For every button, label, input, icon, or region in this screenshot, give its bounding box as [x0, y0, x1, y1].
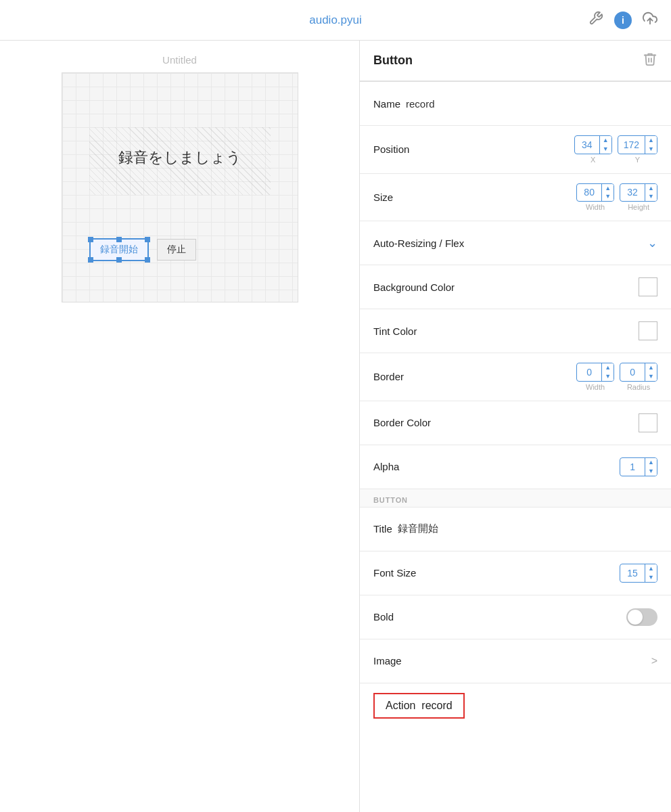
button-title-label: Title	[373, 523, 392, 535]
button-title-row: Title 録音開始	[373, 517, 657, 541]
canvas-button-row: 録音開始 停止	[89, 238, 196, 261]
button-title-section: Title 録音開始	[360, 508, 671, 551]
position-x-down[interactable]: ▼	[600, 145, 611, 154]
position-spinbox-group: 34 ▲ ▼ X 172 ▲ ▼	[574, 135, 657, 164]
position-y-spinbox[interactable]: 172 ▲ ▼	[618, 135, 657, 154]
handle-tc[interactable]	[116, 237, 122, 242]
bg-color-swatch[interactable]	[639, 277, 657, 296]
font-size-spinbox[interactable]: 15 ▲ ▼	[620, 564, 657, 583]
border-width-wrap: 0 ▲ ▼ Width	[576, 363, 614, 391]
border-radius-down[interactable]: ▼	[645, 372, 657, 381]
position-y-wrap: 172 ▲ ▼ Y	[618, 135, 657, 164]
border-width-down[interactable]: ▼	[602, 372, 614, 381]
font-size-value: 15	[620, 565, 645, 581]
alpha-up[interactable]: ▲	[645, 458, 657, 467]
font-size-btns: ▲ ▼	[645, 564, 657, 582]
border-width-spinbox[interactable]: 0 ▲ ▼	[576, 363, 614, 382]
size-height-down[interactable]: ▼	[645, 192, 657, 201]
alpha-label: Alpha	[373, 461, 399, 472]
font-size-row: Font Size 15 ▲ ▼	[373, 561, 657, 585]
border-radius-btns: ▲ ▼	[645, 363, 657, 381]
canvas-start-button[interactable]: 録音開始	[89, 238, 149, 261]
font-size-label: Font Size	[373, 567, 416, 579]
size-width-down[interactable]: ▼	[602, 192, 614, 201]
border-width-up[interactable]: ▲	[602, 363, 614, 372]
bold-toggle[interactable]	[626, 608, 657, 626]
handle-tr[interactable]	[145, 237, 150, 242]
size-spinbox-group: 80 ▲ ▼ Width 32 ▲	[576, 183, 657, 212]
border-radius-value: 0	[620, 364, 645, 380]
button-title-label-row: Title 録音開始	[373, 522, 438, 535]
action-record-label: Action record	[386, 700, 453, 712]
action-record-box[interactable]: Action record	[373, 693, 465, 719]
size-label: Size	[373, 191, 393, 203]
alpha-spinbox[interactable]: 1 ▲ ▼	[620, 457, 657, 476]
size-width-up[interactable]: ▲	[602, 184, 614, 193]
size-section: Size 80 ▲ ▼ Width	[360, 174, 671, 222]
auto-resizing-row[interactable]: Auto-Resizing / Flex ⌄	[373, 231, 657, 255]
size-height-spinbox[interactable]: 32 ▲ ▼	[620, 183, 657, 202]
bold-row: Bold	[373, 605, 657, 629]
size-width-spinbox[interactable]: 80 ▲ ▼	[576, 183, 614, 202]
size-width-value: 80	[577, 184, 601, 200]
main-layout: Untitled 録音をしましょう 録音開始 停止	[0, 41, 671, 812]
name-section: Name record	[360, 82, 671, 126]
font-size-down[interactable]: ▼	[645, 573, 657, 582]
tint-color-section: Tint Color	[360, 309, 671, 353]
size-height-up[interactable]: ▲	[645, 184, 657, 193]
position-y-value: 172	[618, 137, 645, 153]
border-label: Border	[373, 371, 404, 382]
delete-button[interactable]	[643, 51, 657, 70]
chevron-down-icon[interactable]: ⌄	[647, 235, 657, 250]
size-width-spinbox-btns: ▲ ▼	[601, 184, 614, 202]
canvas-title: Untitled	[162, 54, 197, 66]
image-row[interactable]: Image >	[373, 649, 657, 673]
position-y-up[interactable]: ▲	[645, 136, 657, 145]
bg-color-label: Background Color	[373, 281, 455, 293]
position-x-label: X	[591, 156, 595, 164]
auto-resizing-label: Auto-Resizing / Flex	[373, 238, 464, 249]
name-value[interactable]: record	[406, 98, 435, 110]
border-color-swatch[interactable]	[639, 413, 657, 432]
alpha-section: Alpha 1 ▲ ▼	[360, 445, 671, 489]
button-section-header: BUTTON	[360, 489, 671, 508]
size-row: Size 80 ▲ ▼ Width	[373, 183, 657, 212]
wrench-icon[interactable]	[588, 11, 603, 29]
chevron-right-icon[interactable]: >	[651, 655, 657, 667]
handle-bc[interactable]	[116, 257, 122, 263]
name-label: Name	[373, 98, 400, 110]
border-width-value: 0	[577, 364, 601, 380]
action-record-row: Action record	[360, 683, 671, 728]
tint-color-swatch[interactable]	[639, 321, 657, 340]
alpha-spinbox-wrap: 1 ▲ ▼	[620, 457, 657, 476]
auto-resizing-section: Auto-Resizing / Flex ⌄	[360, 221, 671, 265]
bg-color-section: Background Color	[360, 265, 671, 309]
button-title-value[interactable]: 録音開始	[398, 522, 438, 535]
props-header: Button	[360, 41, 671, 82]
props-panel: Button Name record	[360, 41, 671, 812]
border-width-btns: ▲ ▼	[601, 363, 614, 381]
canvas-stop-button[interactable]: 停止	[157, 239, 196, 261]
position-x-up[interactable]: ▲	[600, 136, 611, 145]
bold-label: Bold	[373, 611, 394, 623]
size-height-label: Height	[628, 203, 649, 211]
border-radius-up[interactable]: ▲	[645, 363, 657, 372]
export-icon[interactable]	[643, 11, 657, 29]
font-size-up[interactable]: ▲	[645, 564, 657, 573]
file-title: audio.pyui	[309, 14, 362, 27]
alpha-value: 1	[620, 459, 645, 475]
bg-color-row: Background Color	[373, 275, 657, 299]
handle-br[interactable]	[145, 257, 150, 263]
border-radius-spinbox[interactable]: 0 ▲ ▼	[620, 363, 657, 382]
border-color-row: Border Color	[373, 411, 657, 435]
position-x-spinbox[interactable]: 34 ▲ ▼	[574, 135, 612, 154]
alpha-down[interactable]: ▼	[645, 467, 657, 476]
toggle-knob	[628, 610, 643, 625]
canvas-area[interactable]: 録音をしましょう 録音開始 停止	[62, 72, 298, 302]
size-height-spinbox-btns: ▲ ▼	[645, 184, 657, 202]
handle-tl[interactable]	[88, 237, 93, 242]
border-spinbox-group: 0 ▲ ▼ Width 0 ▲ ▼	[576, 363, 657, 391]
position-y-down[interactable]: ▼	[645, 145, 657, 154]
handle-bl[interactable]	[88, 257, 93, 263]
info-icon[interactable]: i	[614, 12, 632, 29]
